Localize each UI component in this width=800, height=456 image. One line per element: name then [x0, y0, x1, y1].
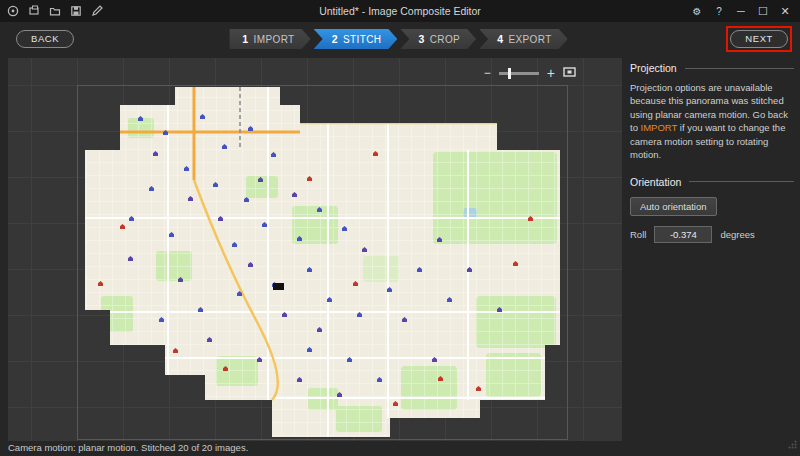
roll-row: Roll degrees: [630, 226, 794, 243]
status-text: Camera motion: planar motion. Stitched 2…: [8, 442, 248, 453]
back-button[interactable]: BACK: [16, 30, 74, 48]
fit-view-button[interactable]: [563, 64, 576, 82]
save-as-icon[interactable]: [91, 5, 103, 17]
zoom-slider-handle[interactable]: [508, 68, 511, 79]
zoom-slider[interactable]: [499, 72, 539, 75]
options-sidebar: Projection Projection options are unavai…: [630, 58, 794, 243]
next-button[interactable]: NEXT: [730, 30, 788, 48]
roll-label: Roll: [630, 229, 646, 240]
app-window: Untitled* - Image Composite Editor ⚙ ? ─…: [0, 0, 800, 456]
step-crop[interactable]: 3 CROP: [400, 29, 476, 49]
annotation-highlight-box: NEXT: [726, 26, 792, 52]
step-import[interactable]: 1 IMPORT: [229, 29, 310, 49]
zoom-in-icon[interactable]: +: [547, 67, 555, 79]
zoom-controls: − +: [484, 64, 576, 82]
settings-gear-icon[interactable]: ⚙: [686, 0, 708, 22]
close-button[interactable]: ✕: [774, 0, 796, 22]
titlebar: Untitled* - Image Composite Editor ⚙ ? ─…: [0, 0, 800, 22]
minimize-button[interactable]: ─: [730, 0, 752, 22]
stitched-panorama-image: [8, 58, 622, 441]
window-title: Untitled* - Image Composite Editor: [0, 5, 800, 17]
help-icon[interactable]: ?: [708, 0, 730, 22]
maximize-button[interactable]: ☐: [752, 0, 774, 22]
save-icon[interactable]: [70, 5, 82, 17]
new-icon[interactable]: [28, 5, 40, 17]
section-divider: [689, 181, 794, 182]
stitch-preview-canvas[interactable]: − +: [8, 58, 622, 441]
import-link[interactable]: IMPORT: [641, 122, 678, 133]
app-icon: [7, 5, 19, 17]
projection-title: Projection: [630, 62, 677, 74]
auto-orientation-button[interactable]: Auto orientation: [630, 197, 717, 216]
resize-grip[interactable]: [788, 435, 797, 453]
projection-message: Projection options are unavailable becau…: [630, 81, 794, 162]
statusbar: Camera motion: planar motion. Stitched 2…: [0, 440, 800, 456]
zoom-out-icon[interactable]: −: [484, 67, 491, 79]
orientation-section-header: Orientation: [630, 176, 794, 188]
step-export[interactable]: 4 EXPORT: [479, 29, 568, 49]
wizard-steps: 1 IMPORT 2 STITCH 3 CROP 4 EXPORT: [229, 29, 570, 49]
section-divider: [685, 68, 794, 69]
open-icon[interactable]: [49, 5, 61, 17]
projection-section-header: Projection: [630, 62, 794, 74]
wizard-navbar: BACK 1 IMPORT 2 STITCH 3 CROP 4 EXPORT N…: [0, 22, 800, 56]
step-stitch[interactable]: 2 STITCH: [314, 29, 398, 49]
orientation-title: Orientation: [630, 176, 681, 188]
roll-input[interactable]: [654, 226, 712, 243]
degrees-label: degrees: [720, 229, 754, 240]
